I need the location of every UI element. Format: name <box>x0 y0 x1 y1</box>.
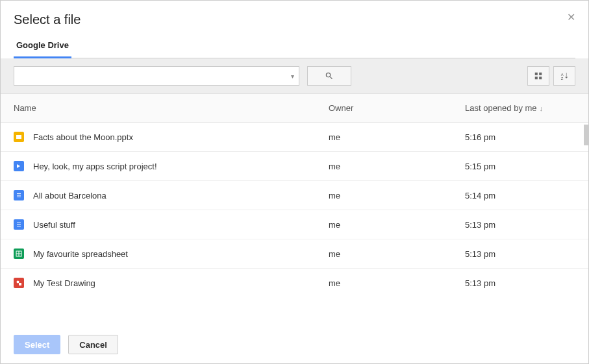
apps-script-icon <box>14 161 24 171</box>
close-icon: ✕ <box>567 12 575 23</box>
cell-date: 5:13 pm <box>465 278 575 288</box>
toolbar: ▾ AZ <box>1 58 588 94</box>
cell-date: 5:15 pm <box>465 162 575 171</box>
svg-rect-17 <box>19 283 21 285</box>
tabs: Google Drive <box>14 40 575 58</box>
col-header-date[interactable]: Last opened by me↓ <box>465 103 575 113</box>
cell-owner: me <box>329 278 465 288</box>
search-wrap: ▾ <box>14 66 299 86</box>
col-header-owner[interactable]: Owner <box>329 103 465 113</box>
dialog-title: Select a file <box>14 12 575 27</box>
dialog-footer: Select Cancel <box>1 326 588 363</box>
drawing-icon <box>14 278 24 288</box>
file-row[interactable]: All about Barcelona me 5:14 pm <box>1 181 588 210</box>
dialog-header: Select a file ✕ Google Drive <box>1 1 588 58</box>
cell-date: 5:13 pm <box>465 249 575 259</box>
svg-point-16 <box>17 281 19 284</box>
search-field-wrap: ▾ <box>14 66 299 86</box>
cell-name: Useful stuff <box>14 219 329 230</box>
svg-rect-2 <box>535 77 538 79</box>
file-name: Hey, look, my apps script project! <box>33 162 157 171</box>
search-icon <box>325 71 334 80</box>
file-row[interactable]: Hey, look, my apps script project! me 5:… <box>1 152 588 181</box>
cell-name: My favourite spreadsheet <box>14 249 329 259</box>
file-row[interactable]: My favourite spreadsheet me 5:13 pm <box>1 239 588 269</box>
svg-rect-8 <box>17 195 21 196</box>
cell-date: 5:13 pm <box>465 220 575 230</box>
cell-owner: me <box>329 249 465 259</box>
close-button[interactable]: ✕ <box>567 12 575 23</box>
svg-rect-12 <box>17 226 21 226</box>
col-header-name-label: Name <box>14 103 36 113</box>
slides-icon <box>14 132 24 142</box>
col-header-date-label: Last opened by me <box>465 103 537 113</box>
file-list: Name Owner Last opened by me↓ Facts abou… <box>1 94 588 326</box>
file-name: All about Barcelona <box>33 191 107 200</box>
file-picker-dialog: Select a file ✕ Google Drive ▾ AZ <box>0 0 589 364</box>
cell-owner: me <box>329 191 465 200</box>
tab-google-drive[interactable]: Google Drive <box>14 40 71 58</box>
cell-date: 5:14 pm <box>465 191 575 200</box>
sort-az-icon: AZ <box>560 71 569 80</box>
cancel-button[interactable]: Cancel <box>68 335 118 354</box>
svg-rect-10 <box>17 223 21 223</box>
grid-icon <box>534 71 543 80</box>
cell-owner: me <box>329 132 465 142</box>
cell-name: My Test Drawing <box>14 278 329 288</box>
svg-rect-1 <box>539 73 542 75</box>
cell-date: 5:16 pm <box>465 132 575 142</box>
sort-arrow-down-icon: ↓ <box>540 104 544 112</box>
cell-owner: me <box>329 220 465 230</box>
col-header-name[interactable]: Name <box>14 103 329 113</box>
file-name: Useful stuff <box>33 220 75 230</box>
cell-name: Hey, look, my apps script project! <box>14 161 329 171</box>
col-header-owner-label: Owner <box>329 103 353 113</box>
file-name: My Test Drawing <box>33 278 95 288</box>
svg-rect-3 <box>539 77 542 79</box>
file-name: Facts about the Moon.pptx <box>33 132 133 142</box>
sort-button[interactable]: AZ <box>553 66 575 86</box>
svg-rect-6 <box>16 135 21 139</box>
svg-text:Z: Z <box>561 77 564 80</box>
cell-owner: me <box>329 162 465 171</box>
sheet-icon <box>14 249 24 259</box>
svg-rect-0 <box>535 73 538 75</box>
svg-rect-7 <box>17 193 21 194</box>
svg-rect-11 <box>17 224 21 225</box>
search-button[interactable] <box>307 66 351 86</box>
file-row[interactable]: My Test Drawing me 5:13 pm <box>1 269 588 297</box>
list-header: Name Owner Last opened by me↓ <box>1 94 588 123</box>
search-input[interactable] <box>14 66 299 86</box>
grid-view-button[interactable] <box>527 66 549 86</box>
svg-text:A: A <box>561 73 564 77</box>
cell-name: Facts about the Moon.pptx <box>14 132 329 142</box>
doc-icon <box>14 219 24 230</box>
tab-label: Google Drive <box>16 40 69 50</box>
doc-icon <box>14 190 24 200</box>
file-row[interactable]: Facts about the Moon.pptx me 5:16 pm <box>1 123 588 152</box>
scrollbar-thumb[interactable] <box>584 125 588 145</box>
select-button[interactable]: Select <box>14 335 60 354</box>
view-buttons: AZ <box>527 66 575 86</box>
file-name: My favourite spreadsheet <box>33 249 128 259</box>
cell-name: All about Barcelona <box>14 190 329 200</box>
svg-rect-9 <box>17 197 21 197</box>
file-row[interactable]: Useful stuff me 5:13 pm <box>1 210 588 239</box>
